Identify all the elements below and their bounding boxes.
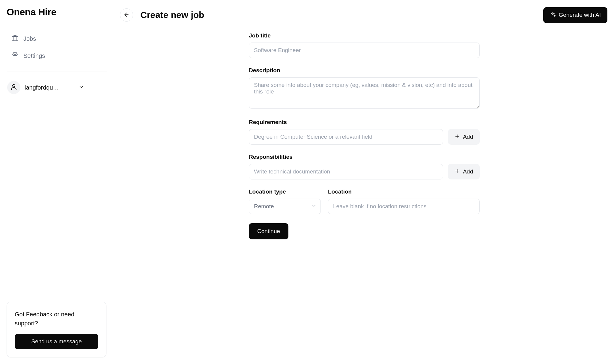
add-requirement-label: Add	[463, 134, 473, 140]
input-responsibilities[interactable]	[249, 164, 443, 179]
select-location-type[interactable]: Remote	[249, 199, 321, 214]
sidebar-item-label: Settings	[23, 52, 45, 59]
feedback-card: Got Feedback or need support? Send us a …	[7, 302, 106, 357]
field-responsibilities: Responsibilities Add	[249, 154, 480, 179]
feedback-text: Got Feedback or need support?	[15, 310, 98, 328]
gear-icon	[11, 52, 19, 60]
add-responsibility-button[interactable]: Add	[448, 164, 480, 179]
field-location: Location	[328, 188, 480, 214]
field-requirements: Requirements Add	[249, 119, 480, 145]
plus-icon	[455, 168, 460, 175]
field-description: Description	[249, 67, 480, 110]
field-job-title: Job title	[249, 32, 480, 58]
input-requirements[interactable]	[249, 129, 443, 145]
input-description[interactable]	[249, 77, 480, 109]
user-name: langfordqu…	[25, 84, 74, 91]
avatar	[7, 81, 20, 94]
input-location[interactable]	[328, 199, 480, 214]
back-button[interactable]	[120, 8, 133, 22]
arrow-left-icon	[124, 12, 130, 19]
label-requirements: Requirements	[249, 119, 480, 126]
label-description: Description	[249, 67, 480, 74]
sidebar-item-label: Jobs	[23, 35, 36, 42]
continue-button[interactable]: Continue	[249, 223, 288, 239]
sidebar-divider	[7, 72, 107, 72]
topbar-left: Create new job	[120, 8, 204, 22]
add-responsibility-label: Add	[463, 168, 473, 175]
label-location-type: Location type	[249, 188, 321, 195]
generate-ai-label: Generate with AI	[559, 12, 601, 18]
brand-logo: Onena Hire	[7, 7, 107, 18]
sidebar-item-settings[interactable]: Settings	[7, 47, 107, 64]
sparkle-icon	[550, 11, 556, 19]
field-location-type: Location type Remote	[249, 188, 321, 214]
user-menu[interactable]: langfordqu…	[7, 79, 107, 96]
send-message-button[interactable]: Send us a message	[15, 334, 98, 349]
topbar: Create new job Generate with AI	[120, 7, 607, 23]
chevron-down-icon	[78, 84, 84, 91]
briefcase-icon	[11, 34, 19, 43]
label-location: Location	[328, 188, 480, 195]
svg-point-2	[13, 84, 15, 87]
sidebar-item-jobs[interactable]: Jobs	[7, 30, 107, 47]
job-form: Job title Description Requirements Add R…	[249, 32, 480, 239]
label-job-title: Job title	[249, 32, 480, 39]
label-responsibilities: Responsibilities	[249, 154, 480, 160]
add-requirement-button[interactable]: Add	[448, 129, 480, 145]
input-job-title[interactable]	[249, 43, 480, 58]
svg-rect-0	[12, 37, 18, 41]
page-title: Create new job	[140, 10, 204, 20]
plus-icon	[455, 134, 460, 141]
generate-ai-button[interactable]: Generate with AI	[543, 7, 607, 23]
user-icon	[10, 83, 17, 92]
